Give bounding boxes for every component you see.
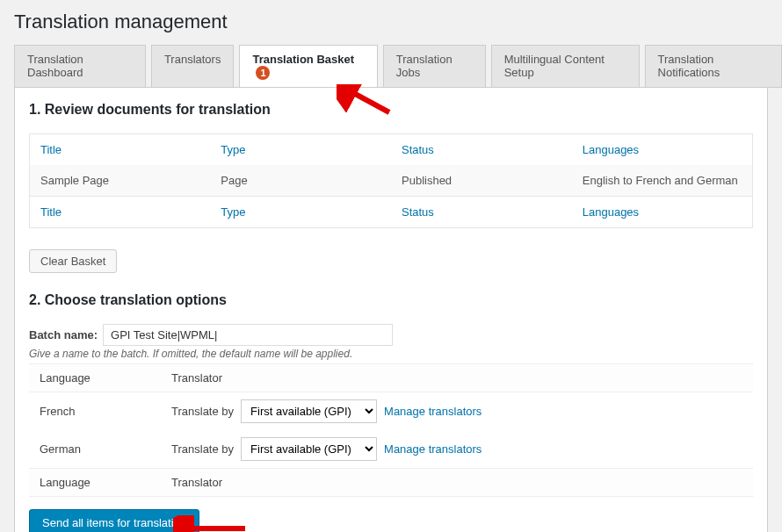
translator-select-french[interactable]: First available (GPI) (241, 399, 377, 423)
tabs: Translation Dashboard Translators Transl… (0, 44, 782, 87)
tab-translation-basket[interactable]: Translation Basket 1 (239, 45, 377, 88)
manage-translators-link[interactable]: Manage translators (384, 405, 482, 418)
opts-col-translator-footer: Translator (161, 469, 753, 497)
table-row: Sample Page Page Published English to Fr… (30, 165, 753, 197)
tab-multilingual-content-setup[interactable]: Multilingual Content Setup (491, 45, 640, 88)
col-title-footer[interactable]: Title (30, 197, 211, 228)
cell-type: Page (210, 165, 391, 197)
tab-translation-jobs[interactable]: Translation Jobs (383, 45, 486, 88)
translation-options-table: Language Translator French Translate by … (29, 363, 753, 497)
tab-translation-notifications[interactable]: Translation Notifications (645, 45, 782, 88)
batch-name-input[interactable] (103, 324, 393, 346)
section1-title: 1. Review documents for translation (29, 102, 753, 118)
lang-row-french: French Translate by First available (GPI… (29, 392, 753, 431)
translator-select-german[interactable]: First available (GPI) (241, 437, 377, 461)
manage-translators-link[interactable]: Manage translators (384, 442, 482, 456)
col-type-header[interactable]: Type (210, 134, 391, 166)
section2-title: 2. Choose translation options (29, 292, 753, 308)
tab-translators[interactable]: Translators (151, 45, 235, 88)
opts-col-translator: Translator (161, 364, 753, 392)
opts-col-language-footer: Language (29, 469, 161, 497)
tab-label: Translation Basket (252, 53, 354, 66)
translate-by-label: Translate by (171, 405, 234, 418)
page-title: Translation management (0, 0, 782, 44)
col-title-header[interactable]: Title (30, 134, 211, 166)
col-status-header[interactable]: Status (391, 134, 572, 166)
cell-status: Published (391, 165, 572, 197)
lang-name: German (29, 430, 161, 469)
opts-col-language: Language (29, 364, 161, 392)
cell-languages: English to French and German (572, 165, 753, 197)
col-type-footer[interactable]: Type (210, 197, 391, 228)
col-status-footer[interactable]: Status (391, 197, 572, 228)
basket-count-badge: 1 (256, 66, 270, 80)
batch-name-hint: Give a name to the batch. If omitted, th… (29, 348, 753, 360)
documents-table: Title Type Status Languages Sample Page … (29, 133, 753, 228)
tab-translation-dashboard[interactable]: Translation Dashboard (14, 45, 146, 88)
batch-name-label: Batch name: (29, 328, 98, 341)
send-all-items-button[interactable]: Send all items for translation (29, 509, 199, 532)
col-languages-header[interactable]: Languages (572, 134, 753, 166)
lang-name: French (29, 392, 161, 431)
lang-row-german: German Translate by First available (GPI… (29, 430, 753, 469)
content-panel: 1. Review documents for translation Titl… (14, 87, 768, 532)
clear-basket-button[interactable]: Clear Basket (29, 249, 117, 273)
cell-title: Sample Page (30, 165, 211, 197)
col-languages-footer[interactable]: Languages (572, 197, 753, 228)
translate-by-label: Translate by (171, 442, 234, 456)
